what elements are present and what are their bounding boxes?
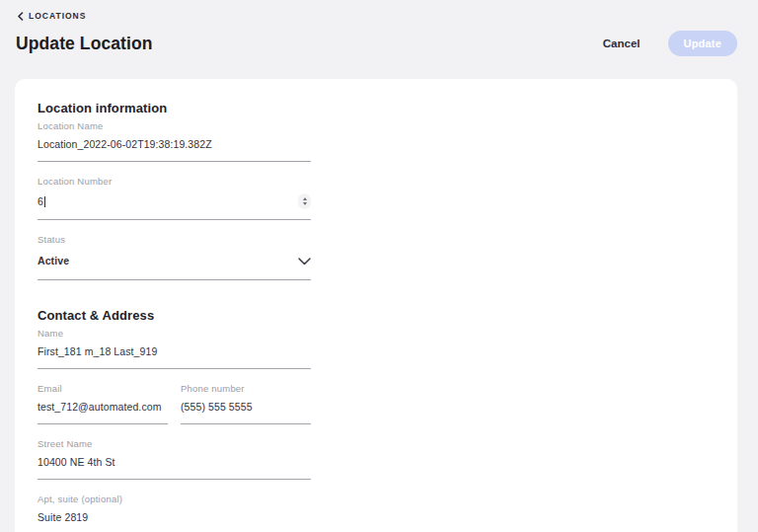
email-input[interactable]: test_712@automated.com [38, 401, 168, 414]
form-column: Location information Location Name Locat… [38, 101, 311, 532]
cancel-button[interactable]: Cancel [603, 38, 641, 49]
field-label: Name [38, 329, 311, 339]
field-label: Location Name [38, 121, 311, 131]
stepper-down-icon[interactable] [303, 202, 307, 205]
page-title: Update Location [16, 34, 153, 54]
field-location-name[interactable]: Location Name Location_2022-06-02T19:38:… [38, 121, 311, 162]
status-select-value[interactable]: Active [38, 255, 69, 267]
chevron-left-icon [17, 12, 24, 21]
number-stepper[interactable] [298, 193, 311, 209]
field-label: Email [38, 384, 168, 394]
breadcrumb-locations[interactable]: LOCATIONS [17, 11, 86, 21]
field-label: Location Number [38, 177, 311, 187]
page-header: Update Location Cancel Update [16, 30, 737, 57]
field-label: Apt, suite (optional) [38, 494, 311, 504]
apt-suite-input[interactable]: Suite 2819 [38, 511, 311, 524]
form-card: Location information Location Name Locat… [15, 79, 737, 532]
field-apt-suite[interactable]: Apt, suite (optional) Suite 2819 [38, 494, 311, 532]
update-button[interactable]: Update [668, 31, 737, 56]
stepper-up-icon[interactable] [303, 197, 307, 200]
field-location-number[interactable]: Location Number 6 [38, 177, 311, 220]
phone-number-input[interactable]: (555) 555 5555 [181, 401, 311, 414]
section-location-information: Location information Location Name Locat… [38, 101, 311, 280]
section-contact-address: Contact & Address Name First_181 m_18 La… [38, 308, 311, 532]
breadcrumb-label: LOCATIONS [29, 11, 86, 21]
text-caret [44, 196, 45, 207]
field-contact-name[interactable]: Name First_181 m_18 Last_919 [38, 329, 311, 369]
header-actions: Cancel Update [603, 31, 737, 56]
email-phone-row: Email test_712@automated.com Phone numbe… [38, 384, 311, 439]
location-name-input[interactable]: Location_2022-06-02T19:38:19.382Z [38, 138, 311, 151]
location-number-input[interactable]: 6 [38, 195, 45, 208]
contact-name-input[interactable]: First_181 m_18 Last_919 [38, 345, 311, 358]
section-heading: Location information [38, 101, 311, 115]
chevron-down-icon[interactable] [298, 252, 311, 269]
field-label: Street Name [38, 439, 311, 449]
field-label: Status [38, 235, 311, 245]
field-phone-number[interactable]: Phone number (555) 555 5555 [181, 384, 311, 424]
update-location-page: LOCATIONS Update Location Cancel Update … [0, 0, 758, 532]
street-name-input[interactable]: 10400 NE 4th St [38, 456, 311, 469]
field-status[interactable]: Status Active [38, 235, 311, 280]
field-label: Phone number [181, 384, 311, 394]
field-email[interactable]: Email test_712@automated.com [38, 384, 168, 424]
section-heading: Contact & Address [38, 308, 311, 323]
field-street-name[interactable]: Street Name 10400 NE 4th St [38, 439, 311, 480]
